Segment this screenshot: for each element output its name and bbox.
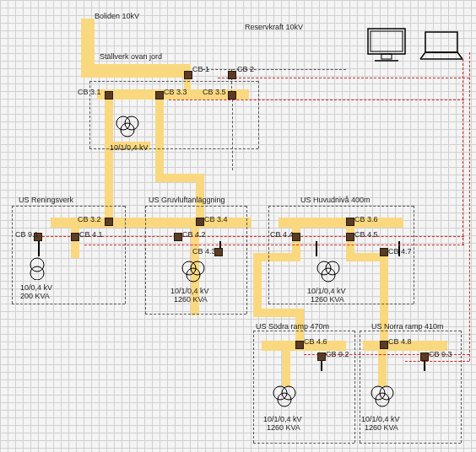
cb-41[interactable]	[71, 233, 79, 241]
st-reningsverk: US Reningsverk	[19, 196, 73, 204]
t2-ratio: 10/0,4 kV	[20, 283, 52, 292]
lbl-cb2: CB 2	[237, 65, 254, 73]
cb-47[interactable]	[380, 248, 388, 256]
cb-42[interactable]	[174, 233, 182, 241]
cb-46[interactable]	[295, 341, 304, 349]
cb-48[interactable]	[380, 341, 388, 349]
lbl-cb1: CB 1	[192, 65, 209, 73]
svg-rect-18	[371, 31, 403, 51]
st-sodra: US Södra ramp 470m	[256, 322, 329, 331]
lbl-cb43: CB 4.3	[192, 247, 216, 256]
t4-rating: 1260 KVA	[311, 295, 344, 304]
lbl-cb36: CB 3.6	[354, 215, 378, 223]
cb-33[interactable]	[155, 91, 164, 100]
t2-rating: 200 KVA	[20, 292, 50, 300]
lbl-cb34: CB 3.4	[204, 215, 228, 223]
st-gruvluft: US Gruvluftanläggning	[149, 196, 225, 204]
svg-rect-17	[368, 29, 405, 54]
lbl-cb92: CB 9.2	[326, 350, 349, 358]
svg-point-4	[30, 266, 44, 280]
diagram-canvas: Boliden 10kV Reservkraft 10kV Ställverk …	[0, 0, 476, 452]
t1-ratio: 10/1/0,4 kV	[110, 143, 149, 152]
monitor-laptop-icon	[417, 30, 466, 67]
t3-ratio: 10/1/0,4 kV	[170, 287, 209, 295]
src-reserve: Reservkraft 10kV	[245, 23, 303, 31]
cb-31[interactable]	[105, 91, 113, 100]
monitor-desktop-icon	[366, 27, 408, 67]
cb-32[interactable]	[105, 218, 113, 226]
cb-36[interactable]	[346, 218, 354, 226]
lbl-cb47: CB 4.7	[388, 247, 412, 256]
lbl-cb32: CB 3.2	[78, 215, 101, 223]
lbl-cb41: CB 4.1	[79, 230, 103, 239]
transformer-t2	[25, 256, 47, 278]
transformer-t4	[316, 258, 338, 280]
st-norra: US Norra ramp 410m	[371, 322, 444, 331]
lbl-cb93: CB 9.3	[429, 350, 452, 358]
t5-ratio: 10/1/0,4 kV	[263, 415, 302, 423]
transformer-t1	[115, 113, 137, 135]
svg-rect-21	[425, 32, 457, 52]
lbl-cb31: CB 3.1	[78, 88, 101, 96]
lbl-cb44: CB 4.4	[270, 230, 294, 239]
cb-45[interactable]	[346, 233, 354, 241]
transformer-t3	[181, 258, 203, 280]
cb-92[interactable]	[317, 352, 326, 361]
lbl-cb35: CB 3.5	[203, 88, 226, 96]
cb-35[interactable]	[228, 91, 236, 100]
st-huvudniva: US Huvudnivå 400m	[300, 196, 371, 204]
svg-point-3	[30, 258, 44, 272]
t6-ratio: 10/1/0,4 kV	[361, 415, 400, 423]
t3-rating: 1260 KVA	[174, 295, 208, 304]
cb-93[interactable]	[420, 352, 429, 361]
svg-rect-19	[381, 54, 392, 59]
cb-34[interactable]	[196, 218, 204, 226]
lbl-cb42: CB 4.2	[182, 230, 206, 239]
cb-2[interactable]	[228, 71, 236, 79]
lbl-cb91: CB 9.1	[15, 230, 39, 239]
st-ovan: Ställverk ovan jord	[100, 52, 162, 61]
transformer-t5	[272, 383, 294, 405]
lbl-cb48: CB 4.8	[388, 337, 412, 346]
transformer-t6	[370, 383, 392, 405]
lbl-cb46: CB 4.6	[304, 337, 327, 346]
lbl-cb33: CB 3.3	[164, 88, 187, 96]
src-main: Boliden 10kV	[95, 12, 139, 20]
lbl-cb45: CB 4.5	[354, 230, 378, 239]
t6-rating: 1260 KVA	[365, 423, 398, 432]
cb-1[interactable]	[184, 71, 192, 79]
t4-ratio: 10/1/0,4 kV	[307, 287, 346, 295]
t5-rating: 1260 KVA	[267, 423, 300, 432]
